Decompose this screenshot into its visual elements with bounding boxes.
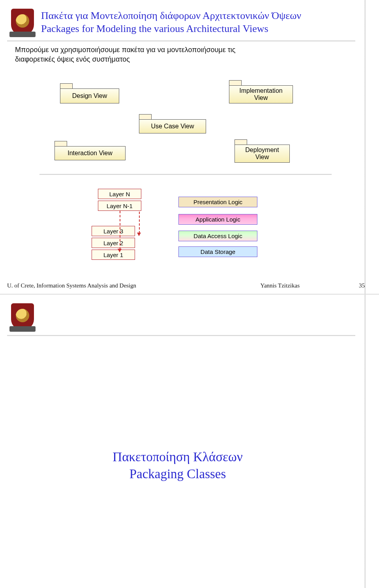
tier-data-storage: Data Storage [178,246,257,257]
package-tab-icon [139,114,152,119]
section-title-greek: Πακετοποίηση Κλάσεων [0,449,355,466]
crest-ribbon [9,326,36,332]
layer-n-minus-1: Layer N-1 [98,201,141,211]
package-tab-icon [235,139,247,145]
university-crest-logo [11,9,34,36]
package-usecase-view: Use Case View [139,119,206,133]
intro-line-1: Μπορούμε να χρησιμοποιήσουμε πακέτα για … [15,45,340,54]
package-label: Design View [60,88,119,103]
layer-n: Layer N [98,189,141,199]
title-separator [7,40,355,41]
title-separator [7,335,355,336]
layer-dependency-arrow [120,211,120,250]
slide-2: Πακετοποίηση Κλάσεων Packaging Classes [0,295,379,588]
intro-paragraph: Μπορούμε να χρησιμοποιήσουμε πακέτα για … [15,45,340,64]
footer-author: Yannis Tzitzikas [261,282,300,289]
right-margin-rule [364,295,366,588]
tier-data-access-logic: Data Access Logic [178,231,257,241]
package-deployment-view: Deployment View [235,145,290,163]
right-margin-rule [364,0,366,294]
footer-page-number: 35 [359,282,365,289]
layer-3: Layer 3 [92,226,135,236]
package-tab-icon [60,83,73,88]
page-container: { "slide1": { "title_gr": "Πακέτα για Μο… [0,0,379,588]
package-label: Implementation View [229,85,293,103]
package-tab-icon [54,141,67,146]
arrow-down-icon [137,233,141,236]
slide-1: Πακέτα για Μοντελοποίηση διάφορων Αρχιτε… [0,0,379,295]
package-tab-icon [229,80,242,85]
intro-line-2: διαφορετικές όψεις ενός συστήματος [15,54,340,64]
layer-dependency-arrow-2 [139,212,140,233]
slide-title-english: Packages for Modeling the various Archit… [41,23,363,36]
arrow-down-icon [118,249,122,252]
section-title-english: Packaging Classes [0,466,355,483]
slide-footer: U. of Crete, Information Systems Analysi… [7,282,365,289]
university-crest-logo [11,303,34,330]
layer-2: Layer 2 [92,238,135,248]
section-title: Πακετοποίηση Κλάσεων Packaging Classes [0,449,355,483]
package-label: Deployment View [235,145,290,163]
package-label: Interaction View [54,146,126,160]
slide-title: Πακέτα για Μοντελοποίηση διάφορων Αρχιτε… [41,9,363,35]
package-interaction-view: Interaction View [54,146,126,160]
section-separator [39,174,332,175]
slide-title-greek: Πακέτα για Μοντελοποίηση διάφορων Αρχιτε… [41,9,363,23]
package-implementation-view: Implementation View [229,85,293,103]
tier-application-logic: Application Logic [178,214,257,225]
layer-1: Layer 1 [92,250,135,260]
crest-ribbon [9,32,36,37]
package-label: Use Case View [139,119,206,133]
footer-course: U. of Crete, Information Systems Analysi… [7,282,136,289]
package-design-view: Design View [60,88,119,103]
tier-presentation-logic: Presentation Logic [178,197,257,207]
